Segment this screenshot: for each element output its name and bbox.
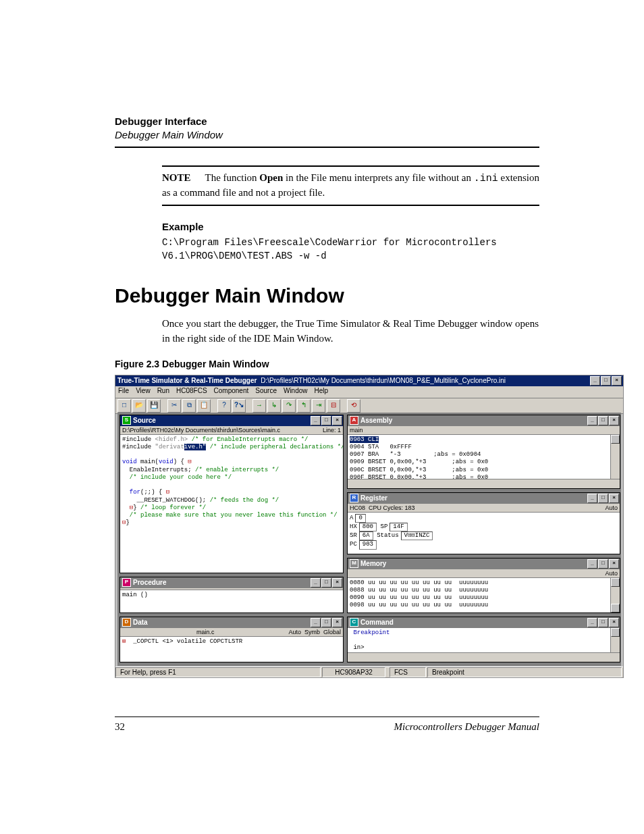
close-icon[interactable]: × (609, 494, 619, 503)
register-window[interactable]: RRegister _□× HC08 CPU Cycles: 183Auto A… (347, 492, 620, 554)
source-icon: S (122, 416, 131, 425)
mdi-area: SSource _□× D:\Profiles\RTH02c\My Docume… (117, 413, 621, 666)
data-title: Data (133, 619, 148, 626)
register-icon: R (350, 494, 358, 502)
tool-cut-icon[interactable]: ✂ (167, 399, 181, 413)
register-hx[interactable]: 800 (359, 523, 377, 531)
source-window[interactable]: SSource _□× D:\Profiles\RTH02c\My Docume… (119, 415, 344, 573)
data-body[interactable]: ⊞ _COPCTL <1> volatile COPCTLSTR (120, 637, 343, 662)
procedure-body[interactable]: main () (120, 590, 343, 613)
note-label: NOTE (162, 171, 203, 186)
menu-run[interactable]: Run (157, 387, 169, 397)
source-body[interactable]: #include <hidef.h> /* for EnableInterrup… (120, 435, 343, 573)
status-target: HC908AP32 (322, 667, 385, 677)
minimize-icon[interactable]: _ (590, 376, 600, 386)
tool-stepinto-icon[interactable]: ↳ (267, 399, 281, 413)
menu-window[interactable]: Window (284, 387, 308, 397)
header-rule (115, 147, 539, 148)
maximize-icon[interactable]: □ (598, 416, 608, 425)
status-bar: For Help, press F1 HC908AP32 FCS Breakpo… (115, 667, 623, 677)
tool-stepout-icon[interactable]: ↰ (297, 399, 311, 413)
tool-help-icon[interactable]: ? (217, 399, 231, 413)
minimize-icon[interactable]: _ (587, 416, 597, 425)
register-body[interactable]: A0 HX800 SP14F SR6A StatusV⊡⊡INZC PC903 (348, 513, 620, 554)
note-block: NOTE The function Open in the File menu … (162, 165, 539, 207)
maximize-icon[interactable]: □ (321, 416, 331, 425)
source-path: D:\Profiles\RTH02c\My Documents\thirdun\… (122, 427, 280, 434)
register-sp[interactable]: 14F (390, 523, 407, 531)
command-window[interactable]: CCommand _□× Breakpoint in> (347, 617, 620, 662)
assembly-icon: A (350, 416, 358, 425)
close-icon[interactable]: × (332, 578, 342, 588)
maximize-icon[interactable]: □ (601, 376, 611, 386)
maximize-icon[interactable]: □ (598, 559, 608, 569)
menu-source[interactable]: Source (255, 387, 277, 397)
assembly-body[interactable]: 0903 CLI 0904 STA 0xFFFF 0907 BRA *-3 ;a… (348, 435, 620, 488)
tool-paste-icon[interactable]: 📋 (197, 399, 211, 413)
menu-file[interactable]: File (118, 387, 129, 397)
maximize-icon[interactable]: □ (598, 618, 608, 627)
procedure-icon: P (122, 578, 131, 587)
menu-hc08fcs[interactable]: HC08FCS (176, 387, 207, 397)
data-window[interactable]: DData _□× main.c Auto Symb Global ⊞ _COP… (119, 617, 344, 662)
register-pc[interactable]: 903 (359, 540, 377, 549)
command-title: Command (360, 619, 394, 626)
tool-new-icon[interactable]: □ (117, 399, 131, 413)
tool-halt-icon[interactable]: ⊟ (327, 399, 340, 413)
tool-stepover-icon[interactable]: ↷ (282, 399, 296, 413)
register-a[interactable]: 0 (355, 514, 365, 523)
data-icon: D (122, 618, 131, 627)
close-icon[interactable]: × (612, 376, 622, 386)
register-sr[interactable]: 6A (359, 531, 373, 540)
maximize-icon[interactable]: □ (598, 494, 608, 503)
menu-component[interactable]: Component (214, 387, 249, 397)
register-title: Register (360, 494, 387, 502)
tool-open-icon[interactable]: 📂 (132, 399, 146, 413)
memory-body[interactable]: 0080 uu uu uu uu uu uu uu uu uuuuuuuu 00… (348, 578, 620, 613)
command-body[interactable]: Breakpoint in> (348, 628, 620, 662)
assembly-window[interactable]: AAssembly _□× main 0903 CLI 0904 STA 0xF… (347, 415, 620, 489)
page-title: Debugger Main Window (115, 284, 539, 307)
page-footer: 32 Microcontrollers Debugger Manual (115, 716, 539, 733)
minimize-icon[interactable]: _ (311, 578, 321, 588)
maximize-icon[interactable]: □ (321, 618, 331, 627)
scrollbar-icon[interactable] (610, 578, 620, 613)
minimize-icon[interactable]: _ (587, 618, 597, 627)
tool-copy-icon[interactable]: ⧉ (182, 399, 196, 413)
figure-caption: Figure 2.3 Debugger Main Window (115, 359, 539, 369)
menu-view[interactable]: View (136, 387, 151, 397)
minimize-icon[interactable]: _ (587, 559, 597, 569)
minimize-icon[interactable]: _ (311, 618, 321, 627)
tool-reset-icon[interactable]: ⟲ (347, 399, 360, 413)
scrollbar-icon[interactable] (348, 479, 620, 488)
data-file: main.c (122, 629, 288, 635)
tool-asm-step-icon[interactable]: ⇥ (312, 399, 325, 413)
source-line-indicator: Line: 1 (323, 427, 341, 434)
close-icon[interactable]: × (609, 618, 619, 627)
running-header: Debugger Interface Debugger Main Window (115, 115, 539, 142)
app-titlebar: True-Time Simulator & Real-Time Debugger… (115, 375, 623, 386)
close-icon[interactable]: × (332, 416, 342, 425)
close-icon[interactable]: × (609, 559, 619, 569)
debugger-screenshot: True-Time Simulator & Real-Time Debugger… (115, 375, 624, 678)
register-status[interactable]: V⊡⊡INZC (401, 531, 433, 540)
tool-whatsthis-icon[interactable]: ?↘ (232, 399, 246, 413)
minimize-icon[interactable]: _ (587, 494, 597, 503)
minimize-icon[interactable]: _ (311, 416, 321, 425)
example-code: C:\Program Files\Freescale\CodeWarrior f… (162, 236, 539, 263)
tool-run-icon[interactable]: → (252, 399, 266, 413)
maximize-icon[interactable]: □ (321, 578, 331, 588)
example-heading: Example (162, 221, 539, 232)
header-section: Debugger Interface (115, 115, 539, 128)
close-icon[interactable]: × (609, 416, 619, 425)
register-mode: Auto (605, 504, 618, 511)
source-title: Source (133, 417, 156, 424)
tool-save-icon[interactable]: 💾 (147, 399, 161, 413)
memory-icon: M (350, 559, 358, 568)
memory-window[interactable]: MMemory _□× Auto 0080 uu uu uu uu uu uu … (347, 558, 620, 613)
menu-help[interactable]: Help (315, 387, 329, 397)
procedure-window[interactable]: PProcedure _□× main () (119, 577, 344, 613)
close-icon[interactable]: × (332, 618, 342, 627)
scrollbar-icon[interactable] (348, 652, 620, 662)
status-mode: FCS (390, 667, 426, 677)
